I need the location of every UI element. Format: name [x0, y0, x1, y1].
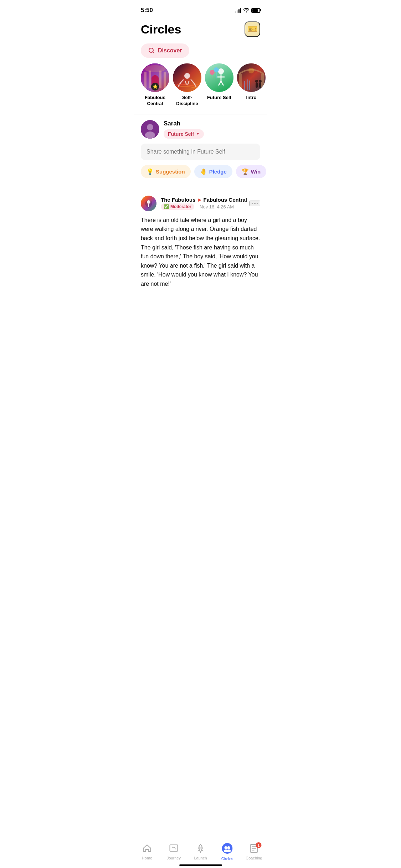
svg-rect-10	[205, 63, 233, 92]
svg-rect-18	[261, 74, 264, 90]
circle-avatar-future-self	[205, 63, 233, 92]
circle-art-self-discipline	[173, 63, 201, 92]
composer-header: Sarah Future Self ▼	[141, 120, 260, 139]
dot-3	[257, 203, 258, 204]
post-avatar	[141, 196, 156, 211]
post-author-info: The Fabulous ▶ Fabulous Central ✅ Modera…	[141, 196, 247, 211]
pledge-icon: 🤚	[200, 168, 207, 175]
svg-rect-6	[164, 72, 166, 88]
svg-rect-20	[247, 79, 248, 90]
status-icons	[235, 7, 260, 14]
circle-avatar-self-discipline	[173, 63, 201, 92]
circle-item-self-discipline[interactable]: Self-Discipline	[173, 63, 201, 107]
composer-info: Sarah Future Self ▼	[164, 120, 204, 139]
dot-2	[254, 203, 256, 204]
svg-rect-17	[239, 74, 242, 90]
post-arrow-icon: ▶	[198, 197, 201, 202]
post-timestamp: Nov 16, 4:26 AM	[200, 204, 234, 210]
svg-point-22	[255, 80, 258, 83]
pledge-label: Pledge	[209, 169, 227, 175]
svg-rect-21	[249, 81, 250, 90]
post-meta: ✅ Moderator · Nov 16, 4:26 AM	[161, 203, 247, 210]
svg-rect-25	[259, 83, 261, 88]
moderator-badge: ✅ Moderator	[161, 203, 194, 210]
post-author-names: The Fabulous ▶ Fabulous Central ✅ Modera…	[161, 197, 247, 210]
svg-point-12	[210, 70, 215, 75]
composer-username: Sarah	[164, 120, 204, 127]
post-card: The Fabulous ▶ Fabulous Central ✅ Modera…	[134, 190, 267, 294]
circle-avatar-intro	[237, 63, 266, 92]
circle-label-fabulous: FabulousCentral	[145, 95, 165, 107]
discover-section: Discover	[134, 41, 267, 63]
svg-rect-3	[144, 72, 146, 88]
svg-rect-5	[159, 71, 161, 88]
post-more-button[interactable]	[250, 201, 260, 206]
action-buttons: 💡 Suggestion 🤚 Pledge 🏆 Win	[141, 165, 260, 178]
svg-rect-19	[244, 81, 245, 90]
page-title: Circles	[141, 22, 181, 36]
circle-art-intro	[237, 63, 266, 92]
gift-icon: 🎫	[248, 25, 257, 34]
post-circle-name: Fabulous Central	[204, 197, 247, 203]
gift-button[interactable]: 🎫	[245, 21, 260, 37]
svg-point-7	[144, 65, 166, 72]
feed-section: The Fabulous ▶ Fabulous Central ✅ Modera…	[134, 184, 267, 300]
circles-list: ⭐ FabulousCentral	[134, 63, 267, 114]
status-time: 5:50	[141, 7, 153, 14]
svg-point-9	[184, 73, 190, 79]
search-icon	[148, 47, 155, 54]
post-author-row: The Fabulous ▶ Fabulous Central	[161, 197, 247, 203]
circle-tag-button[interactable]: Future Self ▼	[164, 129, 204, 139]
user-avatar-icon	[141, 120, 159, 139]
circle-art-future-self	[205, 63, 233, 92]
win-label: Win	[251, 169, 261, 175]
svg-point-11	[218, 68, 224, 74]
dot-1	[252, 203, 253, 204]
share-input[interactable]	[141, 144, 260, 160]
user-avatar	[141, 120, 159, 139]
circle-tag-label: Future Self	[168, 131, 194, 137]
circle-label-self-discipline: Self-Discipline	[176, 95, 198, 107]
svg-rect-23	[256, 83, 258, 88]
pledge-button[interactable]: 🤚 Pledge	[194, 165, 232, 178]
moderator-label: Moderator	[170, 204, 191, 209]
post-avatar-icon	[141, 196, 156, 211]
post-header: The Fabulous ▶ Fabulous Central ✅ Modera…	[141, 196, 260, 211]
svg-point-14	[214, 67, 219, 72]
svg-point-31	[147, 200, 150, 204]
dot-separator: ·	[196, 204, 197, 209]
post-author-name: The Fabulous	[161, 197, 196, 203]
suggestion-label: Suggestion	[156, 169, 185, 175]
svg-rect-4	[149, 71, 151, 88]
wifi-icon	[243, 7, 249, 14]
circle-item-intro[interactable]: Intro	[237, 63, 266, 107]
svg-point-29	[145, 131, 155, 139]
page-header: Circles 🎫	[134, 16, 267, 41]
post-body: There is an old tale where a girl and a …	[141, 216, 260, 289]
circle-avatar-fabulous: ⭐	[141, 63, 169, 92]
win-button[interactable]: 🏆 Win	[236, 165, 266, 178]
circle-label-future-self: Future Self	[207, 95, 231, 101]
status-bar: 5:50	[134, 0, 267, 16]
win-icon: 🏆	[242, 168, 249, 175]
battery-icon	[251, 8, 260, 13]
discover-button[interactable]: Discover	[141, 43, 189, 58]
suggestion-icon: 💡	[146, 168, 154, 175]
chevron-down-icon: ▼	[196, 132, 200, 136]
check-icon: ✅	[164, 204, 169, 209]
circle-item-fabulous-central[interactable]: ⭐ FabulousCentral	[141, 63, 169, 107]
composer-section: Sarah Future Self ▼ 💡 Suggestion 🤚 Pledg…	[134, 114, 267, 184]
discover-label: Discover	[158, 47, 182, 54]
star-badge: ⭐	[151, 83, 159, 91]
svg-point-28	[147, 124, 153, 130]
suggestion-button[interactable]: 💡 Suggestion	[141, 165, 191, 178]
circle-label-intro: Intro	[246, 95, 257, 101]
svg-point-26	[248, 68, 254, 73]
signal-icon	[235, 8, 241, 13]
circle-item-future-self[interactable]: Future Self	[205, 63, 233, 107]
svg-point-24	[259, 80, 262, 83]
